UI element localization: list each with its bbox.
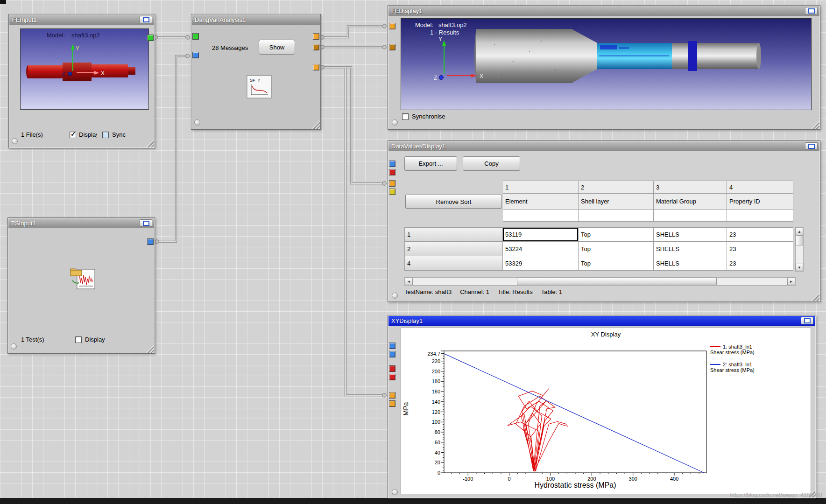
table-horizontal-scrollbar[interactable]: ◄ ► <box>404 277 796 286</box>
corner-block <box>0 0 6 4</box>
filter-cell-4[interactable] <box>727 210 793 222</box>
datavalues-resize-grip[interactable] <box>811 293 819 301</box>
table-cell-selected[interactable]: 53119 <box>503 227 579 242</box>
table-cell[interactable]: 53329 <box>503 256 579 271</box>
show-messages-button[interactable]: Show <box>259 40 295 55</box>
xydisplay-input-port-2[interactable] <box>389 351 395 357</box>
xydisplay-input-port-1[interactable] <box>389 343 395 349</box>
watermark-text: https://blog.csdn.net/weixin_4108968 <box>730 492 822 498</box>
feinput-restore-button[interactable] <box>140 16 152 23</box>
table-cell[interactable]: Top <box>579 227 654 242</box>
copy-button[interactable]: Copy <box>463 156 520 171</box>
datavalues-input-port-2[interactable] <box>389 169 395 175</box>
dangvan-output-port-3[interactable] <box>313 64 319 70</box>
feinput-model-caption: Model:shaft3.op2 <box>47 32 100 39</box>
column-number-4[interactable]: 4 <box>727 181 793 194</box>
legend-line-red-icon <box>710 346 720 347</box>
feinput-titlebar[interactable]: FEInput1 <box>9 15 154 25</box>
tsinput-title: TSInput1 <box>11 220 36 227</box>
svg-text:220: 220 <box>432 358 440 364</box>
dangvan-analysis-icon[interactable]: SF=? <box>247 75 272 98</box>
export-button[interactable]: Export ... <box>404 156 457 171</box>
column-header-property-id[interactable]: Property ID <box>727 194 793 210</box>
scroll-down-button[interactable]: ▼ <box>796 264 803 271</box>
bottom-bar <box>0 498 826 504</box>
row-header[interactable]: 4 <box>404 256 503 271</box>
feinput-display-checkbox[interactable]: ✓ <box>70 132 76 138</box>
tsinput-display-checkbox[interactable] <box>75 336 82 343</box>
xy-chart-area[interactable]: XY Display 02040608010012014016018020022… <box>401 328 811 494</box>
fedisplay-restore-button[interactable] <box>805 7 818 14</box>
dangvan-input-port-fe[interactable] <box>192 33 199 40</box>
scroll-right-button[interactable]: ► <box>787 278 795 285</box>
tsinput-output-port[interactable] <box>147 238 154 245</box>
filter-cell-1[interactable] <box>503 210 579 222</box>
datavalues-input-port-4[interactable] <box>389 189 395 195</box>
dangvan-output-port-1[interactable] <box>313 33 319 40</box>
horizontal-scroll-thumb[interactable] <box>517 278 717 285</box>
datavalues-input-port-3[interactable] <box>389 180 395 187</box>
table-cell[interactable]: Top <box>579 242 654 256</box>
feinput-model-canvas: Y X Z <box>21 29 148 109</box>
filter-cell-3[interactable] <box>654 210 727 222</box>
xydisplay-input-port-3[interactable] <box>389 365 395 372</box>
column-number-1[interactable]: 1 <box>503 181 579 194</box>
table-cell[interactable]: 23 <box>727 256 793 271</box>
fedisplay-model-viewport[interactable]: Model: shaft3.op2 1 - Results <box>401 18 812 110</box>
datavalues-titlebar[interactable]: DataValuesDisplay1 <box>388 141 819 151</box>
wire-dangvan-to-xydisplay <box>320 67 386 395</box>
column-header-element[interactable]: Element <box>503 194 579 210</box>
tsinput-resize-grip[interactable] <box>146 344 154 353</box>
xydisplay-restore-button[interactable] <box>801 317 813 324</box>
xydisplay-titlebar[interactable]: XYDisplay1 <box>388 316 815 326</box>
table-cell[interactable]: SHELLS <box>654 227 727 242</box>
remove-sort-button[interactable]: Remove Sort <box>405 195 502 209</box>
vertical-scroll-thumb[interactable] <box>796 235 803 245</box>
svg-text:Y: Y <box>438 36 442 42</box>
tsinput-titlebar[interactable]: TSInput1 <box>8 218 154 228</box>
column-header-shell-layer[interactable]: Shell layer <box>579 194 654 210</box>
legend-series-2-name: 2: shaft3_ln1 <box>723 362 752 367</box>
table-cell[interactable]: 23 <box>727 227 793 242</box>
fedisplay-titlebar[interactable]: FEDisplay1 <box>388 6 819 16</box>
open-timeseries-icon[interactable] <box>70 266 97 291</box>
column-number-3[interactable]: 3 <box>654 181 727 194</box>
feinput-model-viewport[interactable]: Model:shaft3.op2 Y X <box>20 28 149 110</box>
datavalues-input-port-1[interactable] <box>389 161 395 167</box>
column-header-material-group[interactable]: Material Group <box>654 194 727 210</box>
table-cell[interactable]: SHELLS <box>654 256 727 271</box>
restore-icon <box>808 8 815 14</box>
fedisplay-input-port-1[interactable] <box>389 23 395 29</box>
table-vertical-scrollbar[interactable]: ▲ ▼ <box>795 227 804 272</box>
column-number-2[interactable]: 2 <box>579 181 654 194</box>
table-cell[interactable]: 23 <box>727 242 793 256</box>
feinput-sync-checkbox[interactable] <box>102 132 109 138</box>
tsinput-restore-button[interactable] <box>140 219 152 227</box>
feinput-resize-grip[interactable] <box>146 139 154 147</box>
window-datavalues: DataValuesDisplay1 Export ... Copy 1 2 3… <box>388 140 820 302</box>
scroll-left-button[interactable]: ◄ <box>405 278 413 285</box>
svg-text:120: 120 <box>432 409 440 415</box>
dangvan-titlebar[interactable]: DangVanAnalysis1 <box>192 15 320 25</box>
scroll-up-button[interactable]: ▲ <box>796 228 803 235</box>
dangvan-input-port-ts[interactable] <box>192 52 199 58</box>
datavalues-restore-button[interactable] <box>805 142 818 150</box>
filter-cell-2[interactable] <box>579 210 654 222</box>
row-header[interactable]: 1 <box>404 227 503 242</box>
fedisplay-input-port-2[interactable] <box>389 44 395 50</box>
status-title: Title: Results <box>498 288 533 295</box>
fedisplay-resize-grip[interactable] <box>811 120 819 129</box>
xydisplay-input-port-5[interactable] <box>389 392 395 399</box>
xydisplay-input-port-4[interactable] <box>389 374 395 380</box>
table-status-line: TestName: shaft3 Channel: 1 Title: Resul… <box>404 288 562 295</box>
fedisplay-synchronise-checkbox[interactable] <box>402 113 409 120</box>
svg-text:80: 80 <box>435 429 440 435</box>
table-cell[interactable]: SHELLS <box>654 242 727 256</box>
xydisplay-input-port-6[interactable] <box>389 400 395 407</box>
dangvan-resize-grip[interactable] <box>311 120 320 129</box>
table-cell[interactable]: 53224 <box>503 242 579 256</box>
feinput-output-port[interactable] <box>147 35 154 41</box>
table-cell[interactable]: Top <box>579 256 654 271</box>
dangvan-output-port-2[interactable] <box>313 44 319 50</box>
row-header[interactable]: 2 <box>404 242 503 256</box>
